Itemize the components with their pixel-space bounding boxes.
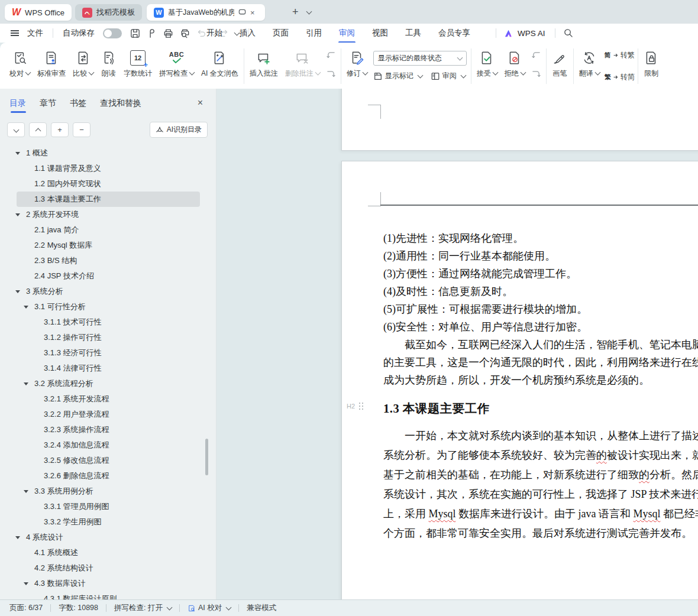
toc-item[interactable]: 3.1.1 技术可行性 xyxy=(0,315,208,330)
menu-tab-页面[interactable]: 页面 xyxy=(272,25,289,41)
menu-tab-插入[interactable]: 插入 xyxy=(239,25,256,41)
menu-tab-引用[interactable]: 引用 xyxy=(305,25,322,41)
close-sidebar-icon[interactable]: × xyxy=(198,98,203,108)
caret-down-icon[interactable] xyxy=(15,536,20,539)
toc-item[interactable]: 3.1.4 法律可行性 xyxy=(0,361,208,376)
toc-item[interactable]: 2 系统开发环境 xyxy=(0,207,208,222)
show-markup-button[interactable]: 显示标记 xyxy=(373,71,422,81)
print-icon[interactable] xyxy=(161,27,174,40)
insert-comment-button[interactable]: 插入批注 xyxy=(247,47,280,77)
compare-button[interactable]: 比较 xyxy=(70,47,96,77)
toc-item[interactable]: 3.1.2 操作可行性 xyxy=(0,330,208,345)
caret-down-icon[interactable] xyxy=(24,382,28,385)
previous-change-icon[interactable] xyxy=(531,50,542,60)
caret-down-icon[interactable] xyxy=(24,582,28,585)
toc-item[interactable]: 3.2.2 用户登录流程 xyxy=(0,407,208,422)
sidebar-tab-书签[interactable]: 书签 xyxy=(70,98,86,114)
spellcheck-status[interactable]: 拼写检查: 打开 xyxy=(114,603,172,613)
accept-change-button[interactable]: 接受 xyxy=(474,47,500,77)
word-count-button[interactable]: 12+ 字数统计 xyxy=(121,47,154,77)
toc-item[interactable]: 2.4 JSP 技术介绍 xyxy=(0,268,208,284)
sidebar-tab-查找和替换[interactable]: 查找和替换 xyxy=(100,98,141,114)
expand-all-button[interactable] xyxy=(7,122,25,137)
toc-item[interactable]: 2.1 java 简介 xyxy=(0,222,208,238)
toc-item[interactable]: 3.2.5 修改信息流程 xyxy=(0,453,208,468)
toc-item[interactable]: 3 系统分析 xyxy=(0,284,208,299)
read-aloud-button[interactable]: 朗读 xyxy=(98,47,119,77)
new-tab-icon[interactable]: + xyxy=(292,7,299,17)
close-tab-icon[interactable]: × xyxy=(250,9,255,17)
toc-item[interactable]: 3.2.4 添加信息流程 xyxy=(0,437,208,453)
toc-item[interactable]: 4.2 系统结构设计 xyxy=(0,560,208,576)
toc-item[interactable]: 1.2 国内外研究现状 xyxy=(0,176,208,192)
caret-down-icon[interactable] xyxy=(24,306,28,309)
delete-comment-button[interactable]: 删除批注 xyxy=(283,47,322,77)
toc-item[interactable]: 1 概述 xyxy=(0,145,208,161)
toc-item[interactable]: 2.2 Mysql 数据库 xyxy=(0,238,208,253)
tab-document-active[interactable]: W 基于JavaWeb的机房预约管理 × xyxy=(147,4,265,21)
collapse-all-button[interactable] xyxy=(29,122,47,137)
toc-item[interactable]: 1.3 本课题主要工作 xyxy=(17,192,200,207)
review-pane-button[interactable]: 审阅 xyxy=(431,71,466,81)
search-icon[interactable] xyxy=(563,28,573,40)
traditional-to-simplified-button[interactable]: 繁 转简 xyxy=(605,72,635,82)
comment-bubble-icon[interactable] xyxy=(238,8,246,17)
toc-item[interactable]: 1.1 课题背景及意义 xyxy=(0,161,208,176)
save-icon[interactable] xyxy=(128,27,141,40)
ai-proofread-status[interactable]: AI 校对 xyxy=(188,603,231,613)
toc-item[interactable]: 3.3.1 管理员用例图 xyxy=(0,499,208,514)
menu-tab-开始[interactable]: 开始 xyxy=(206,25,223,41)
translate-button[interactable]: 翻译 xyxy=(577,47,602,77)
menu-tab-会员专享[interactable]: 会员专享 xyxy=(438,25,471,41)
tab-wps-office[interactable]: W WPS Office xyxy=(5,4,72,21)
next-comment-icon[interactable] xyxy=(326,69,337,79)
toc-item[interactable]: 3.2.1 系统开发流程 xyxy=(0,391,208,407)
toc-item[interactable]: 2.3 B/S 结构 xyxy=(0,253,208,268)
menu-tab-工具[interactable]: 工具 xyxy=(405,25,422,41)
caret-down-icon[interactable] xyxy=(15,213,20,216)
caret-down-icon[interactable] xyxy=(24,490,28,493)
ai-polish-button[interactable]: AI 全文润色 xyxy=(199,47,241,77)
toc-item[interactable]: 3.2.3 系统操作流程 xyxy=(0,422,208,437)
drag-handle-icon[interactable] xyxy=(359,403,360,404)
ai-recognize-toc-button[interactable]: AI识别目录 xyxy=(150,122,208,138)
increase-level-button[interactable]: + xyxy=(51,122,69,137)
document-area[interactable]: (1)先进性：实现网络化管理。(2)通用性：同一行业基本都能使用。(3)方便性：… xyxy=(216,89,698,599)
sidebar-scrollbar[interactable] xyxy=(205,439,208,475)
hamburger-icon[interactable] xyxy=(11,33,19,34)
reject-change-button[interactable]: 拒绝 xyxy=(502,47,528,77)
print-preview-icon[interactable] xyxy=(178,27,191,40)
menu-tab-审阅[interactable]: 审阅 xyxy=(338,25,356,41)
caret-down-icon[interactable] xyxy=(15,152,20,155)
proofread-button[interactable]: 校对 xyxy=(7,47,33,77)
spell-check-button[interactable]: ABC 拼写检查 xyxy=(157,47,196,77)
decrease-level-button[interactable]: − xyxy=(73,122,91,137)
toc-item[interactable]: 3.3 系统用例分析 xyxy=(0,484,208,499)
autosave-toggle[interactable] xyxy=(103,28,122,38)
sidebar-tab-目录[interactable]: 目录 xyxy=(9,98,26,114)
tab-docer-template[interactable]: 找稻壳模板 xyxy=(75,4,142,21)
ink-brush-button[interactable]: 画笔 xyxy=(550,47,570,77)
wps-ai-button[interactable]: WPS AI xyxy=(504,24,545,43)
toc-item[interactable]: 4.3.1 数据库设计原则 xyxy=(0,591,208,599)
heading-gizmo[interactable]: H2 xyxy=(347,403,360,410)
toc-item[interactable]: 3.2 系统流程分析 xyxy=(0,376,208,391)
toc-item[interactable]: 3.2.6 删除信息流程 xyxy=(0,468,208,484)
export-pdf-icon[interactable] xyxy=(145,27,158,40)
restrict-editing-button[interactable]: 限制 xyxy=(641,47,662,77)
document-text[interactable]: (1)先进性：实现网络化管理。(2)通用性：同一行业基本都能使用。(3)方便性：… xyxy=(383,229,694,543)
previous-comment-icon[interactable] xyxy=(326,50,337,60)
toc-item[interactable]: 4.3 数据库设计 xyxy=(0,576,208,591)
page-indicator[interactable]: 页面: 6/37 xyxy=(9,603,43,613)
toc-item[interactable]: 3.3.2 学生用例图 xyxy=(0,514,208,530)
tab-list-chevron-icon[interactable] xyxy=(306,8,312,14)
caret-down-icon[interactable] xyxy=(15,290,20,293)
word-count-indicator[interactable]: 字数: 10898 xyxy=(59,603,98,613)
standard-review-button[interactable]: 标准审查 xyxy=(35,47,68,77)
track-changes-button[interactable]: 修订 xyxy=(344,47,370,77)
toc-item[interactable]: 4.1 系统概述 xyxy=(0,545,208,560)
file-menu[interactable]: 文件 xyxy=(24,28,47,38)
toc-item[interactable]: 3.1.3 经济可行性 xyxy=(0,345,208,361)
markup-state-select[interactable]: 显示标记的最终状态 xyxy=(373,51,467,66)
next-change-icon[interactable] xyxy=(531,69,542,79)
